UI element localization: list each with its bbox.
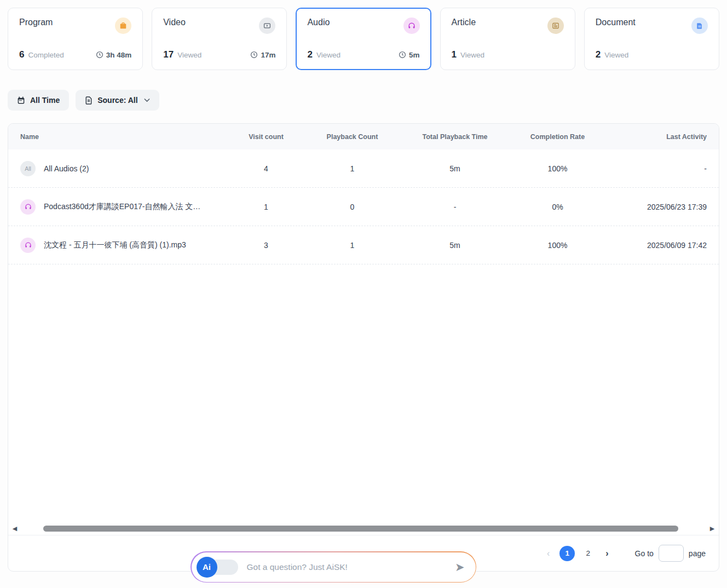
- header-playback-count: Playback Count: [304, 133, 400, 141]
- audio-table: Name Visit count Playback Count Total Pl…: [8, 123, 719, 572]
- page-label: page: [689, 549, 706, 558]
- row-total-playback-time: -: [400, 203, 510, 211]
- row-completion-rate: 100%: [510, 164, 605, 173]
- row-visit-count: 4: [228, 164, 304, 173]
- header-completion-rate: Completion Rate: [510, 133, 605, 141]
- article-stat-label: Viewed: [460, 51, 484, 59]
- source-filter-label: Source: All: [97, 96, 137, 105]
- row-last-activity: 2025/06/09 17:42: [605, 241, 707, 250]
- card-video-title: Video: [163, 18, 186, 27]
- clock-icon: [399, 51, 406, 59]
- row-playback-count: 1: [304, 241, 400, 250]
- source-filter-button[interactable]: Source: All: [76, 90, 159, 111]
- video-stat-label: Viewed: [177, 51, 201, 59]
- row-last-activity: -: [605, 164, 707, 173]
- ai-badge-icon[interactable]: Ai: [197, 557, 217, 578]
- scroll-right-arrow-icon[interactable]: ▶: [709, 526, 716, 532]
- row-name: All Audios (2): [44, 164, 89, 173]
- clock-icon: [96, 51, 103, 59]
- audio-stat-label: Viewed: [316, 51, 341, 59]
- time-filter-label: All Time: [30, 96, 60, 105]
- goto-page-input[interactable]: [659, 545, 684, 562]
- header-last-activity: Last Activity: [605, 133, 707, 141]
- file-icon: [85, 96, 93, 105]
- header-total-playback-time: Total Playback Time: [400, 133, 510, 141]
- header-visit-count: Visit count: [228, 133, 304, 141]
- video-time: 17m: [250, 51, 275, 59]
- aisk-chat-bar: Ai ➤: [191, 551, 476, 583]
- card-document-title: Document: [596, 18, 636, 27]
- card-program-title: Program: [19, 18, 53, 27]
- goto-label: Go to: [635, 549, 654, 558]
- all-badge: All: [20, 161, 36, 176]
- headphones-icon: [20, 199, 36, 215]
- card-video[interactable]: Video 17 Viewed 17m: [152, 8, 287, 70]
- document-stat: 2: [596, 49, 601, 60]
- scroll-left-arrow-icon[interactable]: ◀: [11, 526, 18, 532]
- scrollbar-thumb[interactable]: [43, 526, 678, 532]
- pagination-page-1[interactable]: 1: [559, 546, 575, 561]
- row-completion-rate: 100%: [510, 241, 605, 250]
- learning-stats-page: Program 6 Completed 3h 48m Video: [0, 0, 727, 588]
- row-playback-count: 1: [304, 164, 400, 173]
- table-empty-area: [8, 264, 719, 522]
- row-last-activity: 2025/06/23 17:39: [605, 203, 707, 211]
- card-audio-title: Audio: [307, 18, 330, 27]
- row-total-playback-time: 5m: [400, 241, 510, 250]
- program-time: 3h 48m: [96, 51, 132, 59]
- row-visit-count: 1: [228, 203, 304, 211]
- video-stat: 17: [163, 49, 174, 60]
- aisk-question-input[interactable]: [247, 562, 455, 572]
- table-row[interactable]: 沈文程 - 五月十一彼下埔 (高音質) (1).mp3 3 1 5m 100% …: [8, 226, 719, 264]
- card-article-title: Article: [452, 18, 476, 27]
- row-name: Podcast360d才庫講談EP017-自然輸入法 文…: [44, 202, 200, 212]
- document-stat-label: Viewed: [604, 51, 628, 59]
- program-stat: 6: [19, 49, 24, 60]
- document-icon: [691, 18, 708, 34]
- audio-stat: 2: [307, 49, 312, 60]
- filter-bar: All Time Source: All: [8, 90, 159, 111]
- audio-time: 5m: [399, 51, 420, 59]
- row-playback-count: 0: [304, 203, 400, 211]
- pagination-page-2[interactable]: 2: [580, 546, 596, 561]
- card-article[interactable]: Article 1 Viewed: [440, 8, 575, 70]
- scrollbar-track[interactable]: [20, 525, 707, 532]
- card-program[interactable]: Program 6 Completed 3h 48m: [8, 8, 143, 70]
- ai-toggle[interactable]: Ai: [197, 557, 239, 578]
- row-visit-count: 3: [228, 241, 304, 250]
- header-name: Name: [20, 133, 228, 141]
- table-row[interactable]: Podcast360d才庫講談EP017-自然輸入法 文… 1 0 - 0% 2…: [8, 188, 719, 226]
- chevron-down-icon: [144, 98, 150, 102]
- pagination-next-button[interactable]: ›: [601, 549, 613, 558]
- table-row[interactable]: All All Audios (2) 4 1 5m 100% -: [8, 149, 719, 188]
- program-icon: [115, 18, 131, 34]
- card-audio[interactable]: Audio 2 Viewed 5m: [296, 8, 431, 70]
- row-completion-rate: 0%: [510, 203, 605, 211]
- program-stat-label: Completed: [28, 51, 64, 59]
- article-stat: 1: [452, 49, 457, 60]
- row-name: 沈文程 - 五月十一彼下埔 (高音質) (1).mp3: [44, 240, 186, 250]
- headphones-icon: [403, 18, 420, 34]
- send-icon[interactable]: ➤: [455, 561, 465, 573]
- card-document[interactable]: Document 2 Viewed: [584, 8, 719, 70]
- row-total-playback-time: 5m: [400, 164, 510, 173]
- headphones-icon: [20, 238, 36, 253]
- pagination-prev-button[interactable]: ‹: [543, 549, 554, 558]
- summary-cards: Program 6 Completed 3h 48m Video: [8, 8, 719, 70]
- article-icon: [547, 18, 564, 34]
- horizontal-scrollbar[interactable]: ◀ ▶: [8, 522, 719, 535]
- time-filter-button[interactable]: All Time: [8, 90, 69, 111]
- video-icon: [259, 18, 275, 34]
- calendar-icon: [17, 96, 25, 105]
- table-header: Name Visit count Playback Count Total Pl…: [8, 124, 719, 149]
- clock-icon: [250, 51, 258, 59]
